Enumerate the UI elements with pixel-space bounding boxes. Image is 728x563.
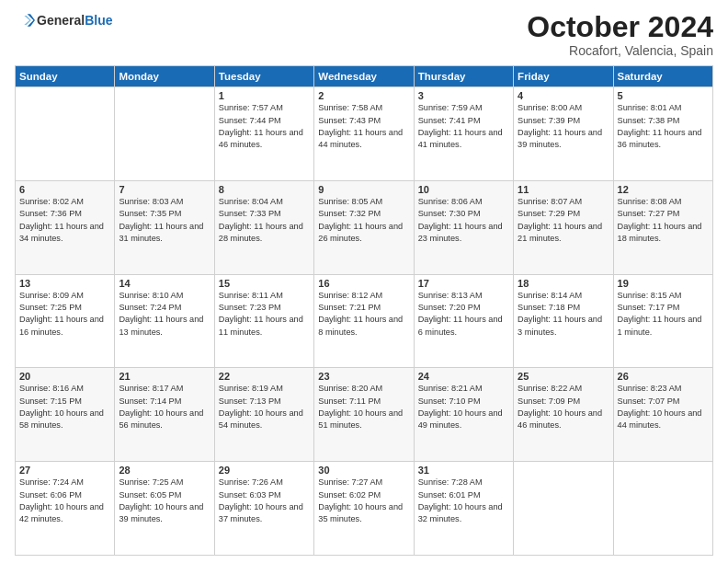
- daylight: Daylight: 11 hours and 46 minutes.: [219, 128, 303, 149]
- sunset: Sunset: 7:30 PM: [418, 209, 481, 218]
- sunrise: Sunrise: 8:04 AM: [219, 197, 283, 206]
- sunset: Sunset: 7:38 PM: [618, 116, 680, 125]
- day-number: 10: [418, 184, 509, 195]
- calendar-cell: 4Sunrise: 8:00 AMSunset: 7:39 PMDaylight…: [514, 87, 613, 181]
- daylight: Daylight: 10 hours and 49 minutes.: [418, 408, 503, 430]
- calendar-cell: 8Sunrise: 8:04 AMSunset: 7:33 PMDaylight…: [214, 180, 313, 274]
- calendar-cell: 9Sunrise: 8:05 AMSunset: 7:32 PMDaylight…: [314, 180, 414, 274]
- sunset: Sunset: 7:14 PM: [119, 396, 181, 406]
- logo-icon: [17, 11, 35, 29]
- daylight: Daylight: 10 hours and 58 minutes.: [19, 408, 104, 430]
- calendar-cell: 3Sunrise: 7:59 AMSunset: 7:41 PMDaylight…: [414, 87, 513, 181]
- day-info: Sunrise: 8:00 AMSunset: 7:39 PMDaylight:…: [518, 102, 609, 151]
- daylight: Daylight: 11 hours and 39 minutes.: [518, 128, 602, 149]
- day-info: Sunrise: 8:01 AMSunset: 7:38 PMDaylight:…: [618, 102, 709, 151]
- day-info: Sunrise: 7:58 AMSunset: 7:43 PMDaylight:…: [318, 102, 409, 151]
- sunrise: Sunrise: 8:06 AM: [418, 197, 483, 206]
- daylight: Daylight: 10 hours and 39 minutes.: [119, 502, 203, 523]
- daylight: Daylight: 11 hours and 41 minutes.: [418, 128, 503, 149]
- day-number: 17: [418, 278, 509, 289]
- day-info: Sunrise: 8:05 AMSunset: 7:32 PMDaylight:…: [318, 196, 409, 245]
- sunrise: Sunrise: 8:02 AM: [19, 197, 84, 206]
- calendar-cell: 24Sunrise: 8:21 AMSunset: 7:10 PMDayligh…: [414, 368, 513, 462]
- sunrise: Sunrise: 8:13 AM: [418, 291, 483, 300]
- day-info: Sunrise: 8:06 AMSunset: 7:30 PMDaylight:…: [418, 196, 509, 245]
- sunrise: Sunrise: 8:22 AM: [518, 384, 582, 393]
- day-number: 2: [318, 90, 409, 101]
- calendar-week-0: 1Sunrise: 7:57 AMSunset: 7:44 PMDaylight…: [16, 87, 713, 181]
- day-number: 28: [119, 465, 210, 476]
- daylight: Daylight: 11 hours and 3 minutes.: [518, 315, 602, 336]
- calendar-cell: 10Sunrise: 8:06 AMSunset: 7:30 PMDayligh…: [414, 180, 513, 274]
- sunrise: Sunrise: 8:07 AM: [518, 197, 582, 206]
- sunrise: Sunrise: 8:08 AM: [618, 197, 682, 206]
- day-info: Sunrise: 7:57 AMSunset: 7:44 PMDaylight:…: [219, 102, 310, 151]
- day-number: 19: [618, 278, 709, 289]
- calendar-cell: 28Sunrise: 7:25 AMSunset: 6:05 PMDayligh…: [115, 462, 214, 556]
- calendar-cell: [16, 87, 115, 181]
- calendar-cell: 1Sunrise: 7:57 AMSunset: 7:44 PMDaylight…: [214, 87, 313, 181]
- sunrise: Sunrise: 8:10 AM: [119, 291, 183, 300]
- daylight: Daylight: 11 hours and 36 minutes.: [618, 128, 702, 149]
- sunset: Sunset: 7:23 PM: [219, 303, 281, 312]
- day-number: 24: [418, 371, 509, 382]
- day-info: Sunrise: 8:12 AMSunset: 7:21 PMDaylight:…: [318, 290, 409, 339]
- day-number: 26: [618, 371, 709, 382]
- daylight: Daylight: 11 hours and 44 minutes.: [318, 128, 403, 149]
- weekday-header-sunday: Sunday: [16, 66, 115, 87]
- day-number: 7: [119, 184, 210, 195]
- calendar-cell: 25Sunrise: 8:22 AMSunset: 7:09 PMDayligh…: [514, 368, 613, 462]
- sunrise: Sunrise: 7:57 AM: [219, 103, 283, 112]
- daylight: Daylight: 11 hours and 31 minutes.: [119, 222, 203, 243]
- day-info: Sunrise: 7:28 AMSunset: 6:01 PMDaylight:…: [418, 477, 509, 525]
- calendar-week-2: 13Sunrise: 8:09 AMSunset: 7:25 PMDayligh…: [16, 274, 713, 368]
- day-number: 31: [418, 465, 509, 476]
- day-number: 8: [219, 184, 310, 195]
- sunset: Sunset: 7:35 PM: [119, 209, 181, 218]
- day-number: 5: [618, 90, 709, 101]
- sunrise: Sunrise: 8:16 AM: [19, 384, 84, 393]
- day-number: 20: [19, 371, 110, 382]
- sunrise: Sunrise: 8:05 AM: [318, 197, 382, 206]
- sunset: Sunset: 7:21 PM: [318, 303, 381, 312]
- sunset: Sunset: 7:32 PM: [318, 209, 381, 218]
- day-info: Sunrise: 8:09 AMSunset: 7:25 PMDaylight:…: [19, 290, 110, 339]
- weekday-header-wednesday: Wednesday: [314, 66, 414, 87]
- calendar-cell: 13Sunrise: 8:09 AMSunset: 7:25 PMDayligh…: [16, 274, 115, 368]
- day-info: Sunrise: 8:16 AMSunset: 7:15 PMDaylight:…: [19, 383, 110, 431]
- day-number: 29: [219, 465, 310, 476]
- sunrise: Sunrise: 7:24 AM: [19, 477, 84, 487]
- day-info: Sunrise: 7:25 AMSunset: 6:05 PMDaylight:…: [119, 477, 210, 525]
- day-number: 25: [518, 371, 609, 382]
- calendar-cell: [613, 462, 712, 556]
- day-info: Sunrise: 8:03 AMSunset: 7:35 PMDaylight:…: [119, 196, 210, 245]
- day-info: Sunrise: 8:04 AMSunset: 7:33 PMDaylight:…: [219, 196, 310, 245]
- weekday-row: SundayMondayTuesdayWednesdayThursdayFrid…: [16, 66, 713, 87]
- sunset: Sunset: 7:20 PM: [418, 303, 481, 312]
- weekday-header-friday: Friday: [514, 66, 613, 87]
- day-number: 6: [19, 184, 110, 195]
- sunrise: Sunrise: 8:09 AM: [19, 291, 84, 300]
- calendar-cell: 2Sunrise: 7:58 AMSunset: 7:43 PMDaylight…: [314, 87, 414, 181]
- sunrise: Sunrise: 8:19 AM: [219, 384, 283, 393]
- sunset: Sunset: 7:17 PM: [618, 303, 680, 312]
- daylight: Daylight: 11 hours and 18 minutes.: [618, 222, 702, 243]
- sunset: Sunset: 7:36 PM: [19, 209, 82, 218]
- sunset: Sunset: 7:41 PM: [418, 116, 481, 125]
- sunrise: Sunrise: 8:12 AM: [318, 291, 382, 300]
- day-number: 13: [19, 278, 110, 289]
- svg-marker-0: [28, 14, 35, 26]
- calendar-cell: 22Sunrise: 8:19 AMSunset: 7:13 PMDayligh…: [214, 368, 313, 462]
- sunset: Sunset: 7:15 PM: [19, 396, 82, 406]
- month-title: October 2024: [527, 11, 713, 43]
- calendar-week-4: 27Sunrise: 7:24 AMSunset: 6:06 PMDayligh…: [16, 462, 713, 556]
- calendar-cell: 23Sunrise: 8:20 AMSunset: 7:11 PMDayligh…: [314, 368, 414, 462]
- weekday-header-tuesday: Tuesday: [214, 66, 313, 87]
- sunrise: Sunrise: 8:15 AM: [618, 291, 682, 300]
- day-number: 22: [219, 371, 310, 382]
- sunrise: Sunrise: 7:59 AM: [418, 103, 483, 112]
- sunset: Sunset: 7:25 PM: [19, 303, 82, 312]
- daylight: Daylight: 11 hours and 8 minutes.: [318, 315, 403, 336]
- day-info: Sunrise: 7:24 AMSunset: 6:06 PMDaylight:…: [19, 477, 110, 525]
- day-number: 30: [318, 465, 409, 476]
